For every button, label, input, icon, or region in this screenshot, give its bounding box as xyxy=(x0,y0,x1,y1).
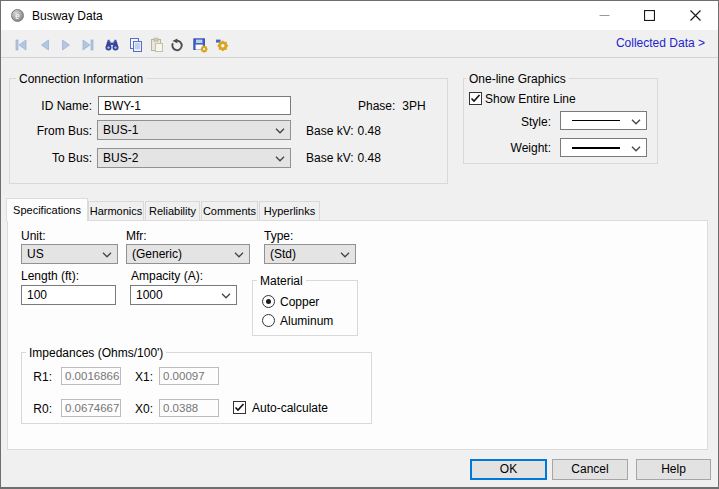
check-icon xyxy=(234,402,245,413)
ok-button[interactable]: OK xyxy=(470,459,547,480)
save-settings-icon[interactable] xyxy=(192,37,208,53)
copper-radio[interactable] xyxy=(262,295,275,308)
r1-input[interactable]: 0.0016866 xyxy=(61,367,121,385)
toolbar: Collected Data > xyxy=(1,30,718,58)
maximize-button[interactable] xyxy=(627,1,672,30)
weight-combo[interactable] xyxy=(560,138,647,157)
one-line-graphics-group: One-line Graphics Show Entire Line Style… xyxy=(463,78,658,164)
to-bus-label: To Bus: xyxy=(22,151,92,165)
mfr-value: (Generic) xyxy=(132,247,182,261)
impedances-group: Impedances (Ohms/100') R1: 0.0016866 X1:… xyxy=(21,352,372,424)
close-button[interactable] xyxy=(673,1,718,30)
busway-data-dialog: e Busway Data xyxy=(0,0,719,489)
weight-label: Weight: xyxy=(481,141,551,155)
tab-comments[interactable]: Comments xyxy=(201,201,258,220)
from-basekv-row: Base kV:0.48 xyxy=(306,124,381,138)
r0-input[interactable]: 0.0674667 xyxy=(61,399,121,417)
line-weight-sample xyxy=(572,147,620,149)
first-record-icon[interactable] xyxy=(13,37,29,53)
from-bus-label: From Bus: xyxy=(22,124,92,138)
window-title: Busway Data xyxy=(32,1,103,30)
minimize-button[interactable] xyxy=(582,1,627,30)
to-basekv-row: Base kV:0.48 xyxy=(306,151,381,165)
tab-reliability[interactable]: Reliability xyxy=(145,201,200,220)
type-value: (Std) xyxy=(270,247,296,261)
options-gear-icon[interactable] xyxy=(214,37,230,53)
connection-information-legend: Connection Information xyxy=(16,72,146,86)
paste-icon[interactable] xyxy=(149,37,165,53)
specifications-panel: Unit: US Mfr: (Generic) Type: (Std) Leng… xyxy=(7,220,708,450)
r0-label: R0: xyxy=(30,402,52,416)
chevron-down-icon xyxy=(275,156,285,162)
help-button[interactable]: Help xyxy=(636,459,711,480)
type-label: Type: xyxy=(264,229,293,243)
type-combo[interactable]: (Std) xyxy=(264,244,356,264)
check-icon xyxy=(470,93,481,104)
id-name-label: ID Name: xyxy=(22,99,92,113)
radio-dot xyxy=(266,299,271,304)
phase-value: 3PH xyxy=(402,99,425,113)
r1-label: R1: xyxy=(30,370,52,384)
aluminum-label: Aluminum xyxy=(280,314,333,328)
phase-row: Phase:3PH xyxy=(358,99,426,113)
show-entire-line-checkbox[interactable] xyxy=(469,92,482,105)
x0-input[interactable]: 0.0388 xyxy=(159,399,219,417)
id-name-input[interactable] xyxy=(98,96,291,115)
find-icon[interactable] xyxy=(104,37,120,53)
x0-label: X0: xyxy=(131,402,153,416)
tab-harmonics[interactable]: Harmonics xyxy=(88,201,144,220)
chevron-down-icon xyxy=(275,128,285,134)
from-basekv-label: Base kV: xyxy=(306,124,354,138)
cancel-button[interactable]: Cancel xyxy=(552,459,628,480)
from-bus-combo[interactable]: BUS-1 xyxy=(97,120,291,140)
collected-data-link[interactable]: Collected Data > xyxy=(616,30,705,57)
unit-combo[interactable]: US xyxy=(21,244,118,264)
mfr-label: Mfr: xyxy=(126,229,147,243)
chevron-down-icon xyxy=(102,252,112,258)
previous-record-icon[interactable] xyxy=(37,37,53,53)
undo-icon[interactable] xyxy=(169,37,185,53)
line-style-sample xyxy=(572,120,620,121)
impedances-legend: Impedances (Ohms/100') xyxy=(26,346,166,360)
material-group: Material Copper Aluminum xyxy=(252,280,358,336)
next-record-icon[interactable] xyxy=(58,37,74,53)
ampacity-label: Ampacity (A): xyxy=(131,269,203,283)
unit-value: US xyxy=(27,247,44,261)
mfr-combo[interactable]: (Generic) xyxy=(126,244,250,264)
copper-label: Copper xyxy=(280,295,319,309)
style-label: Style: xyxy=(481,115,551,129)
ampacity-combo[interactable]: 1000 xyxy=(130,285,237,305)
chevron-down-icon xyxy=(234,252,244,258)
show-entire-line-label: Show Entire Line xyxy=(485,92,576,106)
ampacity-value: 1000 xyxy=(136,288,163,302)
title-bar: e Busway Data xyxy=(1,1,718,30)
chevron-down-icon xyxy=(631,146,641,152)
close-icon xyxy=(690,10,701,21)
to-basekv-label: Base kV: xyxy=(306,151,354,165)
style-combo[interactable] xyxy=(560,111,647,130)
last-record-icon[interactable] xyxy=(80,37,96,53)
tab-hyperlinks[interactable]: Hyperlinks xyxy=(259,201,320,220)
auto-calculate-label: Auto-calculate xyxy=(252,401,328,415)
length-label: Length (ft): xyxy=(21,269,79,283)
length-input[interactable] xyxy=(21,285,116,305)
app-icon: e xyxy=(11,9,24,22)
copy-icon[interactable] xyxy=(128,37,144,53)
auto-calculate-checkbox[interactable] xyxy=(233,401,246,414)
phase-label: Phase: xyxy=(358,99,395,113)
aluminum-radio[interactable] xyxy=(262,314,275,327)
chevron-down-icon xyxy=(340,252,350,258)
chevron-down-icon xyxy=(221,293,231,299)
to-bus-combo[interactable]: BUS-2 xyxy=(97,148,291,168)
material-legend: Material xyxy=(257,274,306,288)
minimize-icon xyxy=(599,10,610,21)
to-basekv-value: 0.48 xyxy=(358,151,381,165)
tab-specifications[interactable]: Specifications xyxy=(6,198,88,221)
x1-input[interactable]: 0.00097 xyxy=(159,367,219,385)
x1-label: X1: xyxy=(131,370,153,384)
maximize-icon xyxy=(644,10,655,21)
to-bus-value: BUS-2 xyxy=(103,151,138,165)
chevron-down-icon xyxy=(631,119,641,125)
from-bus-value: BUS-1 xyxy=(103,123,138,137)
from-basekv-value: 0.48 xyxy=(358,124,381,138)
